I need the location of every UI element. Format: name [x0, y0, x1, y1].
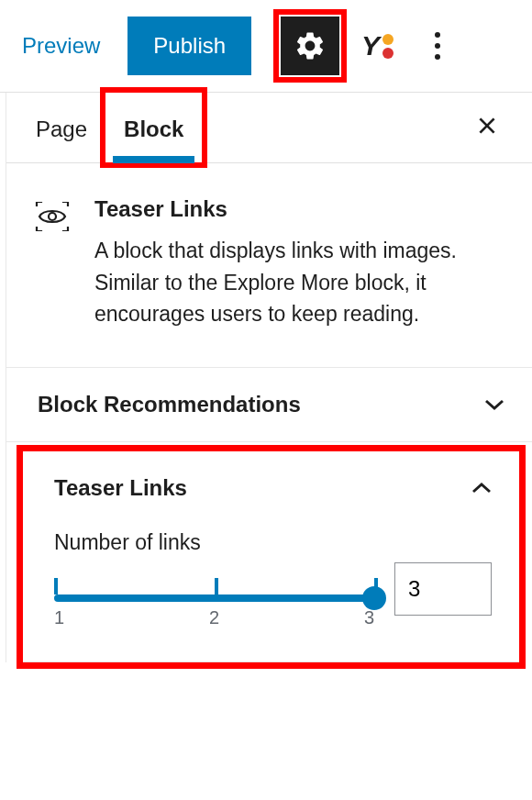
eye-icon: [34, 202, 71, 231]
panel-teaser-links-body: Number of links 1 2 3: [23, 525, 519, 661]
panel-block-recommendations: Block Recommendations: [6, 368, 532, 442]
editor-topbar: Preview Publish Y: [0, 0, 532, 93]
chevron-up-icon: [471, 476, 492, 500]
block-info: Teaser Links A block that displays links…: [6, 163, 532, 368]
tab-block[interactable]: Block: [105, 93, 202, 162]
svg-point-2: [49, 213, 56, 220]
block-description: A block that displays links with images.…: [94, 235, 503, 330]
slider-max-label: 3: [364, 607, 374, 628]
preview-link[interactable]: Preview: [22, 33, 100, 59]
number-of-links-slider[interactable]: 1 2 3: [54, 580, 374, 628]
panel-title: Block Recommendations: [38, 392, 301, 417]
close-icon: [475, 114, 499, 138]
more-menu-button[interactable]: [419, 32, 456, 60]
slider-min-label: 1: [54, 607, 64, 628]
block-title: Teaser Links: [94, 196, 503, 222]
number-of-links-label: Number of links: [54, 530, 492, 555]
close-sidebar-button[interactable]: [468, 104, 506, 152]
teaser-links-block-icon: [32, 196, 72, 237]
number-of-links-control: 1 2 3: [54, 562, 492, 628]
panel-teaser-links: Teaser Links Number of links 1 2: [23, 451, 519, 662]
slider-mid-label: 2: [209, 607, 219, 628]
settings-sidebar: Page Block Teaser Links A block that dis…: [6, 93, 532, 662]
settings-button[interactable]: [281, 17, 339, 75]
kebab-icon: [435, 32, 440, 38]
panel-teaser-links-toggle[interactable]: Teaser Links: [23, 451, 519, 525]
publish-button[interactable]: Publish: [127, 17, 251, 75]
yoast-status-dots: [382, 34, 393, 59]
tab-page[interactable]: Page: [17, 93, 105, 162]
yoast-button[interactable]: Y: [361, 30, 393, 61]
number-of-links-input[interactable]: [394, 562, 492, 616]
slider-thumb[interactable]: [362, 586, 386, 610]
panel-title: Teaser Links: [54, 475, 187, 501]
gear-icon: [294, 29, 327, 62]
yoast-icon: Y: [361, 30, 380, 61]
chevron-down-icon: [484, 393, 504, 417]
sidebar-tabs: Page Block: [6, 93, 532, 163]
panel-block-recommendations-toggle[interactable]: Block Recommendations: [6, 368, 532, 441]
